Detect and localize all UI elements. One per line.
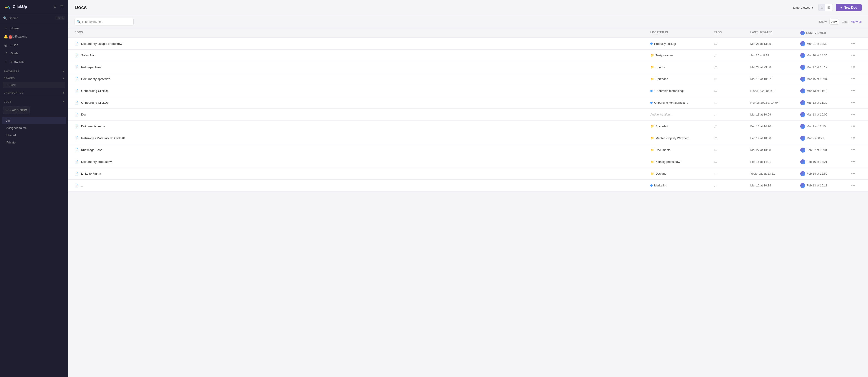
- doc-name-cell: 📄 Dokumenty usługi i produktów: [74, 39, 650, 49]
- back-label: Back: [9, 83, 16, 87]
- table-row[interactable]: 📄 Links to Figma 📁Designs 🏷 Yesterday at…: [68, 168, 868, 180]
- row-more-button[interactable]: •••: [850, 147, 857, 153]
- row-more-button[interactable]: •••: [850, 52, 857, 59]
- row-more-button[interactable]: •••: [850, 123, 857, 129]
- row-more-button[interactable]: •••: [850, 158, 857, 165]
- location-dot: [650, 184, 653, 187]
- last-viewed-date: Feb 16 at 14:21: [807, 160, 827, 164]
- spaces-section-header: SPACES ▾: [0, 74, 68, 81]
- location-cell: 📁Menter Projekty Wewnetr...: [650, 137, 714, 140]
- table-row[interactable]: 📄 ... Marketing 🏷 Mar 10 at 10:34 Feb 13…: [68, 180, 868, 192]
- spaces-back-btn[interactable]: ← Back: [3, 82, 65, 88]
- folder-icon: 📁: [650, 148, 654, 152]
- all-filter-button[interactable]: All ▾: [829, 19, 839, 25]
- add-new-button[interactable]: + + ADD NEW: [3, 106, 30, 114]
- sidebar-header: ClickUp ⚙ ☰: [0, 0, 68, 14]
- sidebar-item-private[interactable]: Private: [2, 139, 66, 146]
- tags-cell: 🏷: [714, 148, 750, 152]
- all-label: All: [6, 119, 9, 122]
- table-row[interactable]: 📄 Onboarding ClickUp 1.Zebranie metodolo…: [68, 85, 868, 97]
- sidebar-item-assigned[interactable]: Assigned to me: [2, 124, 66, 132]
- page-title: Docs: [74, 4, 87, 10]
- table-header: Docs Located in Tags Last Updated Last V…: [68, 28, 868, 38]
- settings-button[interactable]: ⚙: [53, 4, 58, 10]
- docs-section-chevron[interactable]: ▾: [63, 100, 64, 103]
- col-docs: Docs: [74, 31, 650, 35]
- table-row[interactable]: 📄 Knawlage Base 📁Documents 🏷 Mar 27 at 1…: [68, 144, 868, 156]
- last-viewed-header-avatar: [800, 31, 805, 35]
- sidebar-item-home[interactable]: ⌂ Home: [0, 24, 68, 32]
- doc-name-cell: 📄 Dokumenty produktów: [74, 157, 650, 167]
- row-more-button[interactable]: •••: [850, 182, 857, 189]
- row-more-button[interactable]: •••: [850, 88, 857, 94]
- location-cell: 📁Sprints: [650, 65, 714, 69]
- row-more-button[interactable]: •••: [850, 135, 857, 141]
- view-all-link[interactable]: View all: [851, 20, 862, 23]
- list-view-button[interactable]: ≡: [818, 4, 825, 11]
- tags-cell: 🏷: [714, 77, 750, 81]
- date-viewed-button[interactable]: Date Viewed ▾: [792, 4, 815, 10]
- spaces-chevron[interactable]: ▾: [63, 77, 64, 80]
- doc-name-cell: 📄 Sales Pitch: [74, 51, 650, 60]
- row-more-button[interactable]: •••: [850, 76, 857, 82]
- grid-view-button[interactable]: ⊞: [825, 4, 833, 11]
- docs-section: DOCS ▾ + + ADD NEW All Assigned to me Sh…: [0, 96, 68, 149]
- tags-cell: 🏷: [714, 113, 750, 116]
- table-row[interactable]: 📄 Dokumenty produktów 📁Katalog produktów…: [68, 156, 868, 168]
- sidebar-item-show-less[interactable]: ↑ Show less: [0, 58, 68, 66]
- last-viewed-cell: Mar 15 at 13:34: [800, 77, 850, 82]
- search-input[interactable]: [9, 17, 54, 20]
- last-viewed-date: Feb 14 at 12:59: [807, 172, 827, 175]
- shared-label: Shared: [6, 134, 16, 137]
- last-updated-cell: Feb 16 at 14:20: [750, 125, 800, 128]
- table-row[interactable]: 📄 Onboarding ClickUp Onbording konfigura…: [68, 97, 868, 109]
- notifications-icon: 🔔 11: [4, 34, 8, 39]
- show-label: Show: [819, 20, 827, 23]
- location-cell: 📁Documents: [650, 148, 714, 152]
- tags-cell: 🏷: [714, 53, 750, 57]
- favorites-chevron[interactable]: ▾: [63, 70, 64, 73]
- sidebar-item-all[interactable]: All: [2, 117, 66, 124]
- doc-name-cell: 📄 Retrospectives: [74, 62, 650, 72]
- dashboards-chevron[interactable]: ▾: [63, 91, 64, 94]
- sidebar-item-pulse[interactable]: ◎ Pulse: [0, 41, 68, 49]
- row-more-button[interactable]: •••: [850, 64, 857, 70]
- location-text: Produkty i usługi: [654, 42, 676, 46]
- table-row[interactable]: 📄 Retrospectives 📁Sprints 🏷 Mar 24 at 23…: [68, 61, 868, 73]
- row-more-button[interactable]: •••: [850, 170, 857, 177]
- new-doc-button[interactable]: + New Doc: [836, 4, 862, 11]
- last-updated-cell: Nov 3 2022 at 8:19: [750, 89, 800, 92]
- doc-icon: 📄: [74, 65, 79, 69]
- tag-icon: 🏷: [714, 148, 717, 152]
- location-text: 1.Zebranie metodologii: [654, 89, 684, 92]
- table-row[interactable]: 📄 Dokumenty sprzedaż 📁Sprzedaż 🏷 Mar 13 …: [68, 73, 868, 85]
- row-more-button[interactable]: •••: [850, 99, 857, 106]
- row-more-button[interactable]: •••: [850, 40, 857, 47]
- pulse-icon: ◎: [4, 43, 8, 47]
- table-row[interactable]: 📄 Doc Add to location... 🏷 Mar 13 at 10:…: [68, 109, 868, 120]
- sidebar-item-notifications[interactable]: 🔔 11 Notifications: [0, 32, 68, 41]
- table-row[interactable]: 📄 Dokumenty usługi i produktów Produkty …: [68, 38, 868, 50]
- table-row[interactable]: 📄 Sales Pitch 📁Testy szanse 🏷 Jan 25 at …: [68, 50, 868, 61]
- tag-icon: 🏷: [714, 124, 717, 128]
- doc-name: Onboarding ClickUp: [81, 101, 108, 105]
- tags-cell: 🏷: [714, 65, 750, 69]
- collapse-button[interactable]: ☰: [59, 4, 64, 10]
- doc-name-cell: 📄 Doc: [74, 110, 650, 119]
- table-row[interactable]: 📄 Instrukcja i Materiały do ClickUP 📁Men…: [68, 132, 868, 144]
- new-doc-label: New Doc: [844, 6, 857, 9]
- location-cell: 📁Testy szanse: [650, 54, 714, 57]
- sidebar-item-goals[interactable]: ↗ Goals: [0, 49, 68, 58]
- last-updated-cell: Mar 10 at 10:34: [750, 184, 800, 187]
- filter-input[interactable]: [74, 18, 134, 26]
- row-actions-cell: •••: [850, 111, 862, 118]
- last-viewed-date: Mar 13 at 10:09: [807, 113, 827, 116]
- doc-name: Dokumenty produktów: [81, 160, 112, 164]
- doc-name-cell: 📄 Instrukcja i Materiały do ClickUP: [74, 134, 650, 143]
- sidebar-item-shared[interactable]: Shared: [2, 132, 66, 139]
- doc-name: Onboarding ClickUp: [81, 89, 108, 92]
- last-updated-cell: Jan 25 at 8:38: [750, 54, 800, 57]
- table-row[interactable]: 📄 Dokumenty leady 📁Sprzedaż 🏷 Feb 16 at …: [68, 120, 868, 132]
- row-actions-cell: •••: [850, 64, 862, 70]
- row-more-button[interactable]: •••: [850, 111, 857, 118]
